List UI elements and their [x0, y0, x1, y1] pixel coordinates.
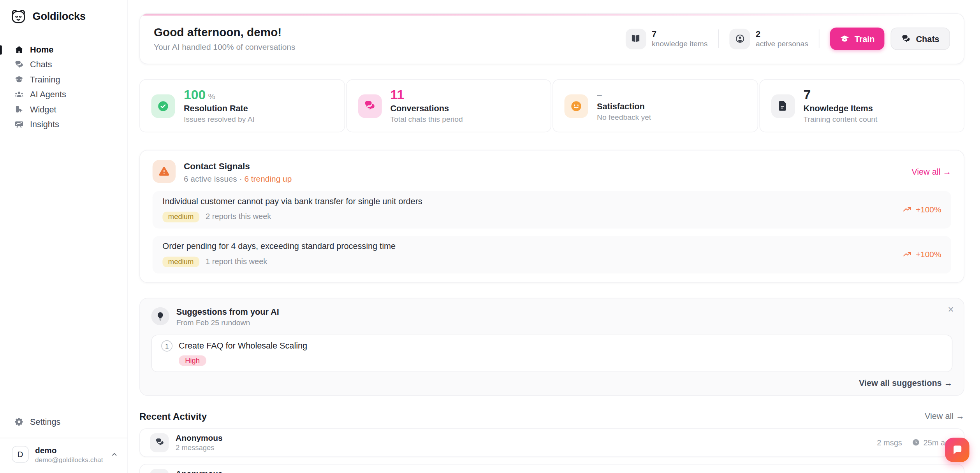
- active-issues-count: 6 active issues: [184, 174, 237, 184]
- page-title: Good afternoon, demo!: [154, 26, 296, 39]
- knowledge-label: knowledge items: [652, 40, 707, 48]
- issue-reports: 2 reports this week: [206, 212, 271, 221]
- activity-row[interactable]: Anonymous 2 messages 2 msgs 25m ago: [139, 464, 964, 473]
- sidebar-item-label: Training: [30, 75, 60, 84]
- stat-sub: No feedback yet: [597, 113, 651, 121]
- chats-icon: [902, 34, 911, 43]
- sidebar-item-label: Home: [30, 45, 53, 54]
- suggestion-item[interactable]: 1 Create FAQ for Wholesale Scaling High: [151, 335, 952, 372]
- activity-view-all-link[interactable]: View all →: [925, 411, 964, 420]
- knowledge-count: 7: [652, 29, 707, 40]
- stat-value: –: [597, 90, 602, 100]
- brand-logo[interactable]: Goldilocks: [0, 0, 127, 25]
- stat-value: 11: [390, 88, 404, 102]
- suggestions-header: Suggestions from your AI From Feb 25 run…: [151, 307, 952, 327]
- sidebar-item-label: Widget: [30, 105, 56, 114]
- greeting-subtitle: Your AI handled 100% of conversations: [154, 42, 296, 52]
- chats-icon: [14, 60, 24, 69]
- widget-icon: [14, 105, 24, 114]
- issue-row[interactable]: Individual customer cannot pay via bank …: [153, 191, 951, 228]
- stat-sub: Total chats this period: [390, 115, 463, 123]
- sidebar-item-home[interactable]: Home: [0, 42, 127, 57]
- active-indicator: [0, 45, 2, 54]
- stat-label: Conversations: [390, 103, 463, 113]
- close-icon[interactable]: ×: [948, 305, 954, 315]
- recent-activity-section: Recent Activity View all → Anonymous 2 m…: [139, 411, 964, 473]
- app-window: Goldilocks Home Chats Training: [0, 0, 980, 473]
- suggestions-card: Suggestions from your AI From Feb 25 run…: [139, 298, 964, 396]
- issue-title: Order pending for 4 days, exceeding stan…: [162, 242, 396, 252]
- msgs-count: 2 msgs: [877, 438, 902, 447]
- persona-icon: [730, 28, 750, 49]
- chats-button-label: Chats: [916, 34, 939, 43]
- chevron-up-icon[interactable]: [110, 450, 119, 459]
- stat-value: 100: [184, 88, 206, 102]
- divider: [819, 29, 820, 48]
- stat-value: 7: [804, 88, 811, 102]
- activity-row[interactable]: Anonymous 2 messages 2 msgs 25m ago: [139, 428, 964, 457]
- contact-signals-header: Contact Signals 6 active issues · 6 tren…: [153, 160, 951, 184]
- brand-name: Goldilocks: [32, 10, 85, 23]
- user-menu[interactable]: D demo demo@goldilocks.chat: [0, 438, 127, 473]
- section-title: Recent Activity: [139, 411, 207, 421]
- chat-widget-launcher[interactable]: [945, 438, 969, 462]
- personas-label: active personas: [756, 40, 808, 48]
- contact-signals-card: Contact Signals 6 active issues · 6 tren…: [139, 150, 964, 283]
- check-circle-icon: [151, 94, 175, 118]
- hero-actions: 7 knowledge items 2 active personas: [625, 28, 950, 50]
- chats-button[interactable]: Chats: [891, 28, 950, 50]
- stat-satisfaction: – Satisfaction No feedback yet: [552, 79, 758, 132]
- gear-icon: [14, 417, 24, 426]
- message-count: 2 messages: [176, 444, 223, 452]
- sidebar-item-chats[interactable]: Chats: [0, 58, 127, 72]
- signals-view-all-link[interactable]: View all →: [911, 167, 951, 176]
- stat-label: Knowledge Items: [804, 103, 878, 113]
- book-open-icon: [625, 28, 646, 49]
- dot-separator: ·: [239, 174, 242, 184]
- stat-sub: Issues resolved by AI: [184, 115, 255, 123]
- suggestions-view-all-link[interactable]: View all suggestions →: [151, 378, 952, 387]
- issue-trend: +100%: [894, 250, 941, 259]
- sidebar-item-training[interactable]: Training: [0, 72, 127, 87]
- chat-bubbles-icon: [358, 94, 382, 118]
- trending-up-icon: [903, 250, 912, 259]
- graduation-cap-icon: [14, 75, 24, 84]
- smiley-icon: [565, 94, 588, 118]
- personas-count: 2: [756, 29, 808, 40]
- stats-row: 100% Resolution Rate Issues resolved by …: [139, 79, 964, 132]
- main-content: Good afternoon, demo! Your AI handled 10…: [128, 0, 980, 473]
- sidebar-item-settings[interactable]: Settings: [0, 413, 127, 430]
- lightbulb-icon: [151, 307, 169, 325]
- visitor-name: Anonymous: [176, 433, 223, 443]
- sidebar-nav: Home Chats Training AI Agents: [0, 42, 127, 132]
- train-button[interactable]: Train: [830, 28, 885, 50]
- issue-title: Individual customer cannot pay via bank …: [162, 197, 422, 207]
- signals-summary: 6 active issues · 6 trending up: [184, 174, 292, 184]
- sidebar-item-ai-agents[interactable]: AI Agents: [0, 88, 127, 102]
- sidebar-item-label: AI Agents: [30, 90, 66, 99]
- sidebar-item-label: Insights: [30, 120, 59, 129]
- issue-reports: 1 report this week: [206, 258, 267, 266]
- section-title: Suggestions from your AI: [176, 307, 279, 316]
- stat-suffix: %: [208, 93, 216, 101]
- stat-sub: Training content count: [804, 115, 878, 123]
- stat-conversations: 11 Conversations Total chats this period: [346, 79, 551, 132]
- personas-mini-stat: 2 active personas: [730, 28, 808, 49]
- people-icon: [14, 90, 24, 99]
- severity-badge: medium: [162, 212, 199, 222]
- sidebar-item-insights[interactable]: Insights: [0, 117, 127, 132]
- settings-label: Settings: [30, 417, 60, 426]
- issue-row[interactable]: Order pending for 4 days, exceeding stan…: [153, 236, 951, 273]
- sidebar-item-label: Chats: [30, 60, 52, 69]
- stat-label: Satisfaction: [597, 102, 651, 111]
- graduation-cap-icon: [840, 34, 850, 43]
- user-name: demo: [35, 446, 103, 456]
- issue-trend: +100%: [894, 205, 941, 214]
- insights-chart-icon: [14, 120, 24, 129]
- stat-label: Resolution Rate: [184, 103, 255, 113]
- document-icon: [771, 94, 795, 118]
- sidebar-item-widget[interactable]: Widget: [0, 102, 127, 117]
- chat-bubble-icon: [951, 444, 963, 456]
- greeting-card: Good afternoon, demo! Your AI handled 10…: [139, 13, 964, 65]
- trend-value: +100%: [916, 250, 941, 259]
